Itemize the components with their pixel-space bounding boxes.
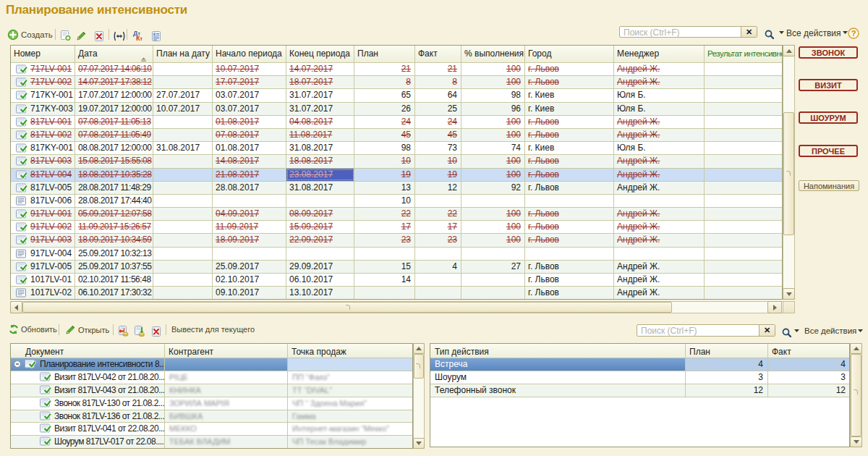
svg-text:?: ? <box>851 29 856 38</box>
